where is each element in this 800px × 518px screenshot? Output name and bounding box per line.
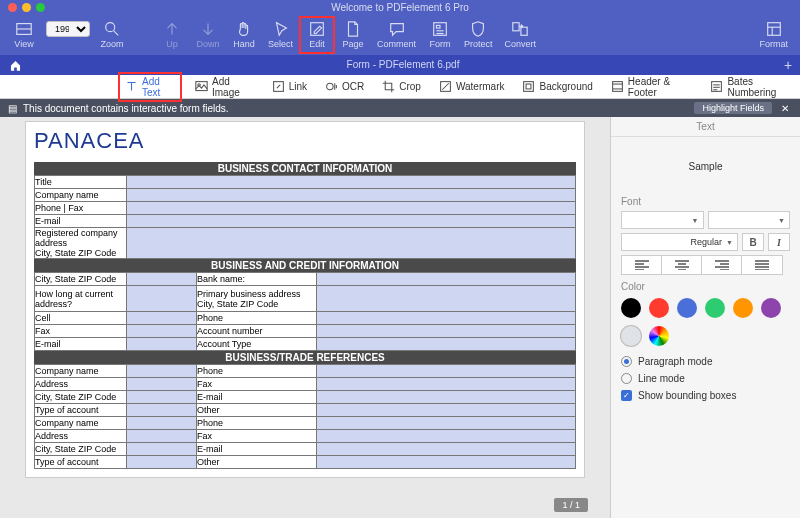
color-swatch[interactable] <box>649 298 669 318</box>
field-email2[interactable] <box>127 338 197 351</box>
field-howlong[interactable] <box>127 286 197 312</box>
show-bbox-option[interactable]: ✓Show bounding boxes <box>621 390 790 401</box>
color-swatch[interactable] <box>649 326 669 346</box>
down-button[interactable]: Down <box>190 16 226 54</box>
close-window-icon[interactable] <box>8 3 17 12</box>
banner-message: This document contains interactive form … <box>23 103 229 114</box>
view-button[interactable]: View <box>6 16 42 54</box>
field[interactable] <box>317 378 576 391</box>
checkbox-icon: ✓ <box>621 390 632 401</box>
zoom-button[interactable]: Zoom <box>94 16 130 54</box>
field[interactable] <box>127 365 197 378</box>
link-button[interactable]: Link <box>267 78 312 95</box>
font-size-select[interactable]: ▼ <box>708 211 791 229</box>
field[interactable] <box>127 391 197 404</box>
hand-button[interactable]: Hand <box>226 16 262 54</box>
font-family-select[interactable]: ▼ <box>621 211 704 229</box>
color-swatch[interactable] <box>677 298 697 318</box>
field-acctnum[interactable] <box>317 325 576 338</box>
minimize-window-icon[interactable] <box>22 3 31 12</box>
field-accttype[interactable] <box>317 338 576 351</box>
form-button[interactable]: Form <box>422 16 458 54</box>
select-icon <box>272 20 290 38</box>
label: E-mail <box>197 443 317 456</box>
comment-button[interactable]: Comment <box>371 16 422 54</box>
field-company[interactable] <box>127 189 576 202</box>
color-swatch[interactable] <box>621 298 641 318</box>
field[interactable] <box>317 430 576 443</box>
format-button[interactable]: Format <box>753 16 794 54</box>
label: Phone <box>197 365 317 378</box>
field-phone[interactable] <box>317 312 576 325</box>
sidebar-tab-text[interactable]: Text <box>611 117 800 137</box>
maximize-window-icon[interactable] <box>36 3 45 12</box>
field[interactable] <box>317 456 576 469</box>
sidebar-body: Sample Font ▼ ▼ Regular▼ B I Color <box>611 137 800 417</box>
add-text-button[interactable]: Add Text <box>118 72 182 102</box>
protect-button[interactable]: Protect <box>458 16 499 54</box>
ocr-button[interactable]: OCR <box>320 78 369 95</box>
background-button[interactable]: Background <box>517 78 597 95</box>
field[interactable] <box>127 378 197 391</box>
page-button[interactable]: Page <box>335 16 371 54</box>
svg-point-2 <box>106 23 115 32</box>
color-swatch[interactable] <box>705 298 725 318</box>
color-swatch[interactable] <box>733 298 753 318</box>
field-bank[interactable] <box>317 273 576 286</box>
align-right-button[interactable] <box>702 256 742 274</box>
crop-button[interactable]: Crop <box>377 78 426 95</box>
svg-rect-21 <box>612 82 622 92</box>
font-style-select[interactable]: Regular▼ <box>621 233 738 251</box>
field-cell[interactable] <box>127 312 197 325</box>
field-pba[interactable] <box>317 286 576 312</box>
info-icon: ▤ <box>8 103 17 114</box>
field[interactable] <box>127 404 197 417</box>
convert-button[interactable]: Convert <box>499 16 543 54</box>
italic-button[interactable]: I <box>768 233 790 251</box>
field[interactable] <box>127 417 197 430</box>
paragraph-mode-label: Paragraph mode <box>638 356 713 367</box>
field-title[interactable] <box>127 176 576 189</box>
field-phonefax[interactable] <box>127 202 576 215</box>
document-canvas[interactable]: PANACEA BUSINESS CONTACT INFORMATION Tit… <box>0 117 610 518</box>
edit-button[interactable]: Edit <box>299 16 335 54</box>
radio-icon <box>621 373 632 384</box>
label: Fax <box>197 430 317 443</box>
field[interactable] <box>317 391 576 404</box>
field[interactable] <box>317 417 576 430</box>
align-center-button[interactable] <box>662 256 702 274</box>
home-tab[interactable] <box>0 55 30 75</box>
select-button[interactable]: Select <box>262 16 299 54</box>
bates-button[interactable]: Bates Numbering <box>705 74 800 100</box>
field[interactable] <box>317 404 576 417</box>
field[interactable] <box>317 443 576 456</box>
align-left-button[interactable] <box>622 256 662 274</box>
field-fax[interactable] <box>127 325 197 338</box>
color-swatch[interactable] <box>761 298 781 318</box>
add-image-button[interactable]: Add Image <box>190 74 259 100</box>
line-mode-option[interactable]: Line mode <box>621 373 790 384</box>
zoom-select[interactable]: 199% <box>46 21 90 37</box>
title-bar: Welcome to PDFelement 6 Pro <box>0 0 800 14</box>
align-justify-button[interactable] <box>742 256 782 274</box>
bold-button[interactable]: B <box>742 233 764 251</box>
up-button[interactable]: Up <box>154 16 190 54</box>
field[interactable] <box>127 430 197 443</box>
field[interactable] <box>127 456 197 469</box>
watermark-button[interactable]: Watermark <box>434 78 510 95</box>
field-email[interactable] <box>127 215 576 228</box>
field-csz[interactable] <box>127 273 197 286</box>
field[interactable] <box>127 443 197 456</box>
highlight-fields-button[interactable]: Highlight Fields <box>694 102 772 114</box>
new-tab-button[interactable]: + <box>776 57 800 73</box>
home-icon <box>9 59 22 72</box>
header-footer-button[interactable]: Header & Footer <box>606 74 698 100</box>
color-swatch[interactable] <box>621 326 641 346</box>
field-regaddr[interactable] <box>127 228 576 259</box>
down-icon <box>199 20 217 38</box>
field[interactable] <box>317 365 576 378</box>
paragraph-mode-option[interactable]: Paragraph mode <box>621 356 790 367</box>
svg-rect-20 <box>527 84 532 89</box>
form-table: Company namePhone AddressFax City, State… <box>34 364 576 469</box>
close-banner-button[interactable]: ✕ <box>778 101 792 115</box>
